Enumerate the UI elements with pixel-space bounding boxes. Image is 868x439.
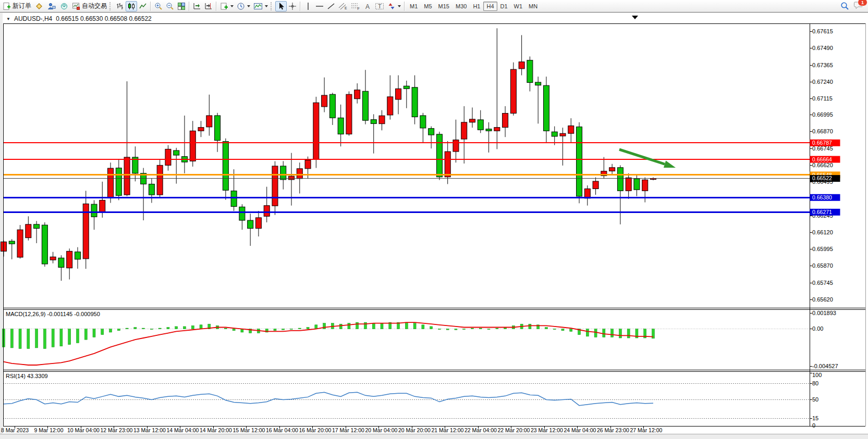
toolbar-separator bbox=[150, 2, 151, 11]
svg-text:0.67115: 0.67115 bbox=[812, 95, 833, 102]
periods-button[interactable] bbox=[235, 1, 252, 11]
new-order-button[interactable]: 新订单 bbox=[1, 1, 33, 11]
candlestick-chart-button[interactable] bbox=[126, 1, 137, 11]
new-chart-button[interactable] bbox=[218, 1, 235, 11]
status-bar bbox=[0, 434, 868, 439]
svg-text:0: 0 bbox=[812, 422, 815, 429]
timeframe-m15-button[interactable]: M15 bbox=[435, 2, 453, 11]
svg-text:0.67365: 0.67365 bbox=[812, 62, 833, 68]
svg-text:80: 80 bbox=[812, 380, 818, 386]
timeframe-m30-button[interactable]: M30 bbox=[453, 2, 470, 11]
svg-text:-0.004527: -0.004527 bbox=[812, 363, 838, 369]
equidistant-channel-icon: E bbox=[338, 2, 348, 10]
auto-scroll-button[interactable] bbox=[191, 1, 203, 11]
zoom-in-button[interactable] bbox=[153, 1, 164, 11]
text-tool-button[interactable]: A bbox=[362, 1, 373, 11]
svg-text:0.66380: 0.66380 bbox=[812, 194, 832, 200]
chart-shift-icon bbox=[204, 2, 213, 10]
svg-text:16 Mar 20:00: 16 Mar 20:00 bbox=[299, 427, 332, 433]
line-chart-button[interactable] bbox=[137, 1, 149, 11]
fibonacci-tool-button[interactable]: F bbox=[349, 1, 362, 11]
svg-text:8 Mar 2023: 8 Mar 2023 bbox=[1, 427, 29, 433]
zoom-out-button[interactable] bbox=[164, 1, 176, 11]
timeframe-h4-button[interactable]: H4 bbox=[483, 2, 497, 11]
timeframe-h1-button[interactable]: H1 bbox=[470, 2, 483, 11]
timeframe-w1-button[interactable]: W1 bbox=[511, 2, 526, 11]
notifications-button[interactable]: 1 bbox=[854, 1, 864, 11]
svg-text:0.65995: 0.65995 bbox=[812, 246, 833, 252]
arrows-shapes-icon bbox=[387, 2, 396, 10]
toolbar-separator bbox=[404, 2, 405, 11]
horizontal-line-tool-button[interactable] bbox=[314, 1, 325, 11]
expert-advisors-button[interactable] bbox=[33, 1, 45, 11]
bar-chart-icon bbox=[116, 2, 124, 10]
svg-text:0.001893: 0.001893 bbox=[812, 310, 836, 316]
candlestick-chart-icon bbox=[127, 2, 136, 10]
svg-text:22 Mar 20:00: 22 Mar 20:00 bbox=[498, 427, 530, 433]
auto-trading-label: 自动交易 bbox=[82, 2, 107, 10]
horizontal-line-icon bbox=[315, 2, 324, 10]
label-tool-button[interactable]: T bbox=[373, 1, 386, 11]
channel-tool-button[interactable]: E bbox=[337, 1, 349, 11]
svg-text:26 Mar 23:00: 26 Mar 23:00 bbox=[597, 427, 629, 433]
fibo-letter: F bbox=[358, 6, 360, 10]
svg-text:12 Mar 23:00: 12 Mar 23:00 bbox=[101, 427, 133, 433]
auto-trading-icon bbox=[72, 2, 80, 10]
vertical-line-tool-button[interactable] bbox=[302, 1, 314, 11]
svg-text:0.66870: 0.66870 bbox=[812, 128, 833, 134]
search-icon bbox=[840, 2, 849, 10]
chevron-down-icon[interactable]: ▼ bbox=[6, 17, 10, 21]
market-watch-button[interactable] bbox=[45, 1, 58, 11]
toolbar-separator bbox=[300, 2, 301, 11]
market-watch-icon bbox=[47, 2, 56, 10]
crosshair-button[interactable] bbox=[287, 1, 298, 11]
chart-shift-button[interactable] bbox=[203, 1, 214, 11]
cursor-button[interactable] bbox=[275, 1, 287, 11]
chart-title-symbol: AUDUSD-,H4 bbox=[14, 15, 52, 22]
svg-text:23 Mar 12:00: 23 Mar 12:00 bbox=[531, 427, 563, 433]
indicators-button[interactable] bbox=[252, 1, 270, 11]
svg-text:0.00: 0.00 bbox=[812, 325, 823, 332]
svg-text:10 Mar 04:00: 10 Mar 04:00 bbox=[67, 427, 100, 433]
svg-text:0.66620: 0.66620 bbox=[812, 162, 833, 168]
toolbar-separator bbox=[189, 2, 190, 11]
rsi-indicator-label: RSI(14) 43.3309 bbox=[6, 373, 48, 379]
shapes-tool-button[interactable] bbox=[386, 1, 402, 11]
svg-text:15: 15 bbox=[812, 415, 818, 421]
svg-text:0.66522: 0.66522 bbox=[812, 175, 832, 181]
svg-text:14 Mar 20:00: 14 Mar 20:00 bbox=[200, 427, 232, 433]
cursor-icon bbox=[277, 2, 285, 10]
svg-text:15 Mar 12:00: 15 Mar 12:00 bbox=[233, 427, 265, 433]
chevron-down-icon bbox=[247, 5, 250, 7]
svg-text:27 Mar 12:00: 27 Mar 12:00 bbox=[630, 427, 663, 433]
toolbar-separator bbox=[216, 2, 217, 11]
notification-badge: 1 bbox=[858, 0, 867, 6]
zoom-in-icon bbox=[154, 2, 163, 10]
indicators-icon bbox=[253, 2, 263, 10]
text-letter: A bbox=[365, 3, 370, 10]
svg-text:9 Mar 12:00: 9 Mar 12:00 bbox=[34, 427, 64, 433]
search-button[interactable] bbox=[839, 1, 851, 11]
svg-text:0.67615: 0.67615 bbox=[812, 28, 833, 34]
svg-text:17 Mar 12:00: 17 Mar 12:00 bbox=[332, 427, 364, 433]
chevron-down-icon bbox=[230, 5, 234, 7]
bar-chart-button[interactable] bbox=[114, 1, 126, 11]
svg-text:24 Mar 04:00: 24 Mar 04:00 bbox=[564, 427, 596, 433]
svg-text:13 Mar 12:00: 13 Mar 12:00 bbox=[133, 427, 166, 433]
signals-button[interactable] bbox=[58, 1, 70, 11]
timeframe-m5-button[interactable]: M5 bbox=[421, 2, 435, 11]
timeframe-m1-button[interactable]: M1 bbox=[407, 2, 421, 11]
svg-text:0.65620: 0.65620 bbox=[812, 296, 833, 303]
chevron-down-icon bbox=[398, 5, 401, 7]
new-order-label: 新订单 bbox=[13, 2, 31, 10]
trendline-tool-button[interactable] bbox=[325, 1, 337, 11]
chart-canvas[interactable]: 0.676150.674900.673650.672400.671150.669… bbox=[0, 0, 868, 439]
label-tool-icon: T bbox=[375, 2, 384, 10]
svg-text:0.66271: 0.66271 bbox=[812, 209, 832, 215]
timeframe-d1-button[interactable]: D1 bbox=[497, 2, 511, 11]
chart-title-row[interactable]: ▼ AUDUSD-,H4 0.66515 0.66530 0.66508 0.6… bbox=[6, 15, 152, 22]
tile-windows-icon bbox=[177, 2, 186, 10]
timeframe-mn-button[interactable]: MN bbox=[525, 2, 541, 11]
tile-windows-button[interactable] bbox=[176, 1, 187, 11]
auto-trading-button[interactable]: 自动交易 bbox=[70, 1, 108, 11]
